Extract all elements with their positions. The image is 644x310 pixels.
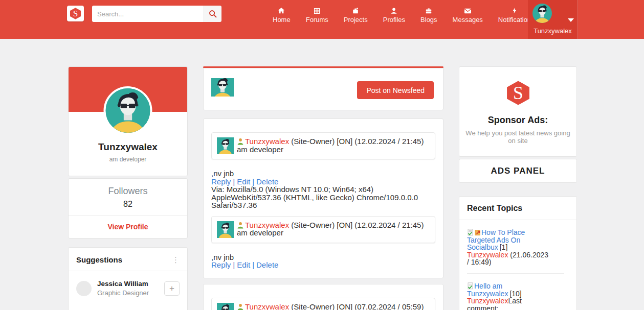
main-navigation: Home Forums Projects Profiles Blogs: [265, 6, 539, 23]
post-card: Tunzxywalex(Site-Owner) [ON] (07.02.2024…: [203, 284, 443, 310]
topic-page-check-icon: [467, 282, 474, 290]
suggestion-role: Graphic Designer: [97, 289, 164, 297]
delete-link[interactable]: Delete: [256, 177, 278, 186]
reply-link[interactable]: Reply: [211, 177, 231, 186]
topic-reply-count: [1]: [500, 243, 508, 251]
search-input[interactable]: [92, 6, 204, 22]
recent-topics-card: Recent Topics How To Place Targeted Ads …: [459, 196, 577, 310]
post-author-tagline: am developer: [237, 145, 283, 154]
ads-panel-title: ADS PANEL: [491, 166, 545, 176]
profile-card: Tunzxywalex am developer: [68, 66, 188, 176]
more-options-icon[interactable]: ⋮: [172, 257, 180, 263]
suggestions-header: Suggestions ⋮: [69, 248, 187, 271]
online-user-icon: [237, 222, 244, 229]
user-avatar[interactable]: [532, 4, 552, 23]
post-author-avatar[interactable]: [217, 137, 234, 154]
nav-item-profiles[interactable]: Profiles: [375, 6, 413, 23]
topic-hot-icon: [474, 229, 481, 236]
post-author-text: Tunzxywalex(Site-Owner) [ON] (12.02.2024…: [217, 221, 430, 237]
post-card: Tunzxywalex(Site-Owner) [ON] (12.02.2024…: [203, 118, 443, 278]
nav-label: Projects: [344, 16, 368, 23]
search-button[interactable]: [204, 6, 221, 22]
suggestion-avatar: [76, 281, 92, 296]
nav-item-forums[interactable]: Forums: [298, 6, 336, 23]
topic-page-check-icon: [467, 229, 474, 236]
suggestion-list-item: Jessica William Graphic Designer +: [69, 271, 187, 305]
topic-author-link[interactable]: Tunzxywalex: [467, 251, 508, 259]
profiles-icon: [390, 6, 397, 14]
left-sidebar: Tunzxywalex am developer Followers 82 Vi…: [68, 66, 188, 310]
action-separator: |: [233, 260, 235, 269]
post-author-link[interactable]: Tunzxywalex: [245, 137, 289, 146]
add-friend-button[interactable]: +: [164, 281, 180, 296]
post-author-avatar[interactable]: [217, 221, 234, 238]
post-author-link[interactable]: Tunzxywalex: [245, 302, 289, 310]
edit-link[interactable]: Edit: [237, 260, 250, 269]
post-author-avatar[interactable]: [217, 303, 234, 310]
top-navigation-bar: S Home Forums Projects: [0, 0, 644, 39]
post-composer-card: Post on Newsfeed: [203, 68, 443, 110]
suggestion-texts: Jessica William Graphic Designer: [97, 280, 164, 297]
post-author-header: Tunzxywalex(Site-Owner) [ON] (12.02.2024…: [211, 132, 435, 159]
nav-item-home[interactable]: Home: [265, 6, 298, 23]
chevron-down-icon[interactable]: [568, 18, 574, 22]
nav-label: Profiles: [383, 16, 405, 23]
suggestions-card: Suggestions ⋮ Jessica William Graphic De…: [68, 247, 188, 310]
post-user-agent: Via: Mozilla/5.0 (Windows NT 10.0; Win64…: [211, 185, 435, 209]
site-logo-icon: S: [69, 7, 82, 20]
profile-stats-card: Followers 82 View Profile: [68, 178, 188, 239]
right-sidebar: S Sponsor Ads: We help you post latest n…: [459, 66, 577, 310]
topic-author-link[interactable]: Tunzxywalex: [467, 297, 508, 305]
topic-list-item: Hello am Tunzxywalex[10] TunzxywalexLast…: [467, 282, 550, 310]
sponsor-ads-description: We help you post latest news going on si…: [463, 130, 573, 145]
view-profile-block: View Profile: [69, 216, 187, 238]
view-profile-link[interactable]: View Profile: [107, 223, 148, 231]
suggestions-title: Suggestions: [76, 255, 122, 264]
notification-icon: [512, 6, 518, 14]
sponsor-ads-title: Sponsor Ads:: [459, 115, 576, 126]
action-separator: |: [252, 260, 254, 269]
post-author-tagline: am developer: [237, 228, 283, 237]
nav-label: Blogs: [420, 16, 437, 23]
search-icon: [209, 10, 217, 18]
post-text: ,nv jnb: [211, 253, 435, 261]
profile-tagline: am developer: [69, 156, 187, 163]
suggestion-name: Jessica William: [97, 280, 164, 288]
svg-text:S: S: [73, 9, 78, 18]
action-separator: |: [252, 177, 254, 186]
online-user-icon: [237, 303, 244, 310]
recent-topics-title: Recent Topics: [459, 204, 576, 220]
profile-avatar[interactable]: [104, 86, 152, 135]
post-author-link[interactable]: Tunzxywalex: [245, 221, 289, 229]
online-user-icon: [237, 138, 244, 145]
reply-link[interactable]: Reply: [211, 260, 231, 269]
nav-item-projects[interactable]: Projects: [336, 6, 375, 23]
post-author-text: Tunzxywalex(Site-Owner) [ON] (12.02.2024…: [217, 137, 430, 153]
delete-link[interactable]: Delete: [256, 260, 278, 269]
followers-block: Followers 82: [69, 179, 187, 216]
home-icon: [278, 6, 285, 14]
nav-item-messages[interactable]: Messages: [445, 6, 491, 23]
ads-panel-card[interactable]: ADS PANEL: [459, 159, 577, 183]
divider: [467, 273, 564, 274]
page-body: Tunzxywalex am developer Followers 82 Vi…: [0, 39, 644, 310]
edit-link[interactable]: Edit: [237, 177, 250, 186]
projects-icon: [352, 6, 359, 14]
post-body: ,nv jnb Reply|Edit|Delete Via: Mozilla/5…: [211, 170, 435, 209]
user-name: Tunzxywalex: [528, 27, 578, 35]
post-author-text: Tunzxywalex(Site-Owner) [ON] (07.02.2024…: [217, 303, 430, 310]
post-text: ,nv jnb: [211, 170, 435, 178]
topic-list-item: How To Place Targeted Ads On Socialbux[1…: [467, 229, 550, 266]
nav-label: Notification: [498, 16, 531, 23]
composer-avatar: [211, 78, 234, 97]
nav-label: Home: [273, 16, 291, 23]
nav-item-blogs[interactable]: Blogs: [413, 6, 445, 23]
post-author-header: Tunzxywalex(Site-Owner) [ON] (12.02.2024…: [211, 216, 435, 243]
profile-name: Tunzxywalex: [69, 141, 187, 153]
post-input[interactable]: [239, 78, 351, 97]
post-author-header: Tunzxywalex(Site-Owner) [ON] (07.02.2024…: [211, 298, 435, 310]
nav-label: Forums: [306, 16, 328, 23]
blogs-icon: [425, 6, 432, 14]
site-logo[interactable]: S: [67, 6, 84, 21]
post-on-newsfeed-button[interactable]: Post on Newsfeed: [357, 81, 434, 99]
